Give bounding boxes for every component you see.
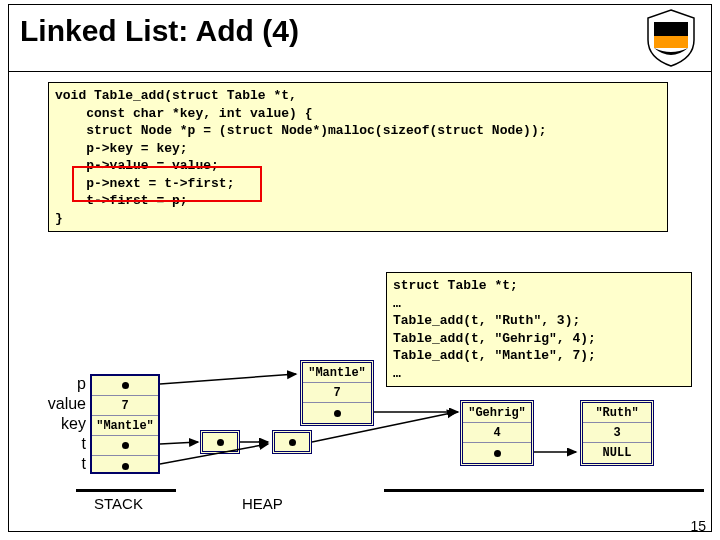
pointer-dot-icon: [494, 450, 501, 457]
node-value: 4: [463, 423, 531, 443]
table-struct-1: [200, 430, 240, 454]
pointer-dot-icon: [289, 439, 296, 446]
label-t2: t: [40, 454, 86, 474]
node-key: "Gehrig": [463, 403, 531, 423]
node-value: 3: [583, 423, 651, 443]
code-highlight: [72, 166, 262, 202]
node-next: [303, 403, 371, 423]
code-table-add: void Table_add(struct Table *t, const ch…: [48, 82, 668, 232]
princeton-crest-icon: [644, 8, 698, 68]
node-mantle: "Mantle" 7: [300, 360, 374, 426]
heap-label: HEAP: [242, 495, 283, 512]
table-struct-2: [272, 430, 312, 454]
pointer-dot-icon: [122, 382, 129, 389]
svg-rect-1: [654, 36, 688, 48]
memory-diagram: p value key t t 7 "Mantle" "Mantle" 7 "G…: [40, 360, 690, 510]
node-next: NULL: [583, 443, 651, 463]
stack-row-key: "Mantle": [92, 416, 158, 436]
page-number: 15: [690, 518, 706, 534]
page-title: Linked List: Add (4): [20, 14, 299, 48]
stack-frame: 7 "Mantle": [90, 374, 160, 474]
svg-line-2: [160, 374, 296, 384]
label-value: value: [40, 394, 86, 414]
node-ruth: "Ruth" 3 NULL: [580, 400, 654, 466]
node-next: [463, 443, 531, 463]
heap-ground-icon: [384, 489, 704, 492]
node-gehrig: "Gehrig" 4: [460, 400, 534, 466]
node-value: 7: [303, 383, 371, 403]
stack-row-p: [92, 376, 158, 396]
label-p: p: [40, 374, 86, 394]
svg-rect-0: [654, 22, 688, 36]
stack-row-t: [92, 436, 158, 456]
pointer-dot-icon: [217, 439, 224, 446]
label-t: t: [40, 434, 86, 454]
stack-row-value: 7: [92, 396, 158, 416]
pointer-dot-icon: [122, 442, 129, 449]
node-key: "Mantle": [303, 363, 371, 383]
node-key: "Ruth": [583, 403, 651, 423]
pointer-dot-icon: [334, 410, 341, 417]
stack-var-labels: p value key t t: [40, 374, 86, 474]
stack-row-t2: [92, 456, 158, 476]
svg-line-3: [160, 442, 198, 444]
stack-ground-icon: [76, 489, 176, 492]
stack-label: STACK: [94, 495, 143, 512]
pointer-dot-icon: [122, 463, 129, 470]
label-key: key: [40, 414, 86, 434]
